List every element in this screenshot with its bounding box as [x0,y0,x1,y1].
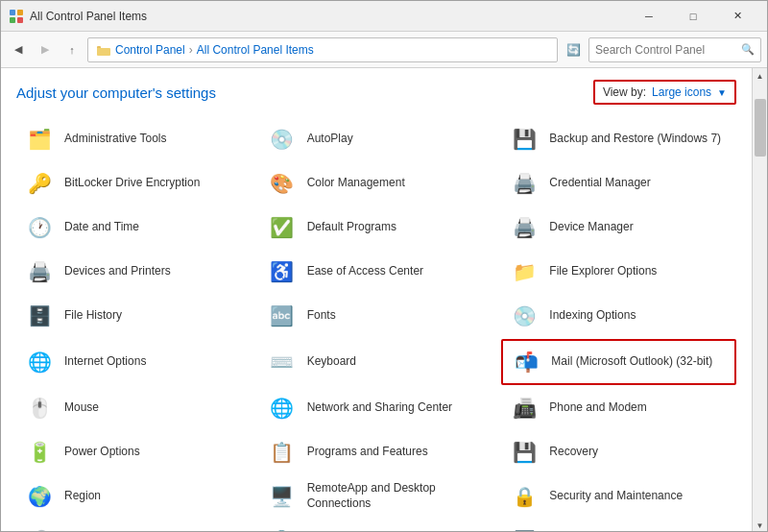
item-icon-sound: 🔊 [24,525,55,532]
panel-item-devices-printers[interactable]: 🖨️Devices and Printers [16,251,252,293]
content-header: Adjust your computer's settings View by:… [16,80,736,105]
item-icon-power-opts: 🔋 [24,437,55,468]
close-button[interactable]: ✕ [715,1,759,32]
search-box[interactable]: 🔍 [588,37,761,62]
panel-item-default-progs[interactable]: ✅Default Programs [259,206,494,249]
address-path[interactable]: Control Panel › All Control Panel Items [87,37,558,62]
item-label-region: Region [64,489,101,504]
panel-item-file-history[interactable]: 🗄️File History [16,295,252,337]
item-label-internet-opts: Internet Options [64,354,146,370]
item-icon-recovery: 💾 [509,437,540,468]
maximize-button[interactable]: □ [671,1,715,32]
search-icon: 🔍 [741,43,755,56]
item-icon-region: 🌍 [24,481,55,512]
scrollbar-up-arrow[interactable]: ▲ [753,68,768,84]
item-icon-security-maint: 🔒 [509,481,540,512]
panel-item-datetime[interactable]: 🕐Date and Time [16,206,252,249]
item-label-power-opts: Power Options [64,445,140,460]
panel-item-programs-features[interactable]: 📋Programs and Features [259,431,494,473]
item-label-color-mgmt: Color Management [307,176,405,191]
panel-item-credential-mgr[interactable]: 🖨️Credential Manager [501,162,736,205]
breadcrumb-separator: › [189,43,193,57]
scrollbar-thumb[interactable] [755,99,766,157]
panel-item-bitlocker[interactable]: 🔑BitLocker Drive Encryption [16,162,252,205]
panel-item-internet-opts[interactable]: 🌐Internet Options [16,339,252,385]
item-icon-autoplay: 💿 [267,124,298,155]
panel-item-backup-restore[interactable]: 💾Backup and Restore (Windows 7) [501,118,736,160]
addressbar: ◀ ▶ ↑ Control Panel › All Control Panel … [1,32,767,68]
item-icon-mouse: 🖱️ [24,393,55,423]
titlebar: All Control Panel Items ─ □ ✕ [1,1,767,32]
panel-item-sound[interactable]: 🔊Sound [16,520,252,532]
viewby-dropdown-icon[interactable]: ▼ [717,87,727,98]
item-icon-internet-opts: 🌐 [24,347,55,377]
panel-item-recovery[interactable]: 💾Recovery [501,431,736,473]
item-label-admin-tools: Administrative Tools [64,132,167,147]
item-icon-speech-recog: 🎙️ [267,525,298,532]
item-icon-file-history: 🗄️ [24,301,55,331]
window-frame: All Control Panel Items ─ □ ✕ ◀ ▶ ↑ Cont… [0,0,768,532]
panel-item-device-mgr[interactable]: 🖨️Device Manager [501,206,736,249]
viewby-value[interactable]: Large icons [652,85,711,99]
panel-item-mouse[interactable]: 🖱️Mouse [16,387,252,429]
svg-rect-3 [17,17,23,23]
panel-item-keyboard[interactable]: ⌨️Keyboard [259,339,494,385]
item-icon-indexing: 💿 [509,301,540,331]
item-icon-admin-tools: 🗂️ [24,124,55,155]
panel-item-speech-recog[interactable]: 🎙️Speech Recognition [259,520,494,532]
item-icon-file-explorer-opts: 📁 [509,256,540,287]
panel-item-power-opts[interactable]: 🔋Power Options [16,431,252,473]
item-icon-bitlocker: 🔑 [24,168,55,199]
item-icon-programs-features: 📋 [267,437,298,468]
scrollbar-track: ▲ ▼ [752,68,767,532]
back-button[interactable]: ◀ [7,38,30,61]
panel-item-ease-access[interactable]: ♿Ease of Access Center [259,251,494,293]
panel-item-autoplay[interactable]: 💿AutoPlay [259,118,494,160]
scrollbar-down-arrow[interactable]: ▼ [753,518,768,532]
item-icon-datetime: 🕐 [24,212,55,243]
panel-item-indexing[interactable]: 💿Indexing Options [501,295,736,337]
forward-button[interactable]: ▶ [34,38,57,61]
search-input[interactable] [595,43,741,57]
panel-item-storage-spaces[interactable]: 🗄️Storage Spaces [501,520,736,532]
panel-item-security-maint[interactable]: 🔒Security and Maintenance [501,475,736,518]
panel-item-fonts[interactable]: 🔤Fonts [259,295,494,337]
up-button[interactable]: ↑ [60,38,84,61]
item-label-device-mgr: Device Manager [549,220,633,235]
titlebar-title: All Control Panel Items [30,10,627,23]
item-icon-devices-printers: 🖨️ [24,256,55,287]
item-label-network-sharing: Network and Sharing Center [307,400,452,416]
main-layout: Adjust your computer's settings View by:… [1,68,767,532]
item-icon-backup-restore: 💾 [509,124,540,155]
breadcrumb-item-1[interactable]: Control Panel [115,43,185,57]
item-icon-ease-access: ♿ [267,256,298,287]
content-area: Adjust your computer's settings View by:… [1,68,752,532]
panel-item-region[interactable]: 🌍Region [16,475,252,518]
page-title: Adjust your computer's settings [16,85,216,101]
item-label-datetime: Date and Time [64,220,139,235]
item-label-mail: Mail (Microsoft Outlook) (32-bit) [551,354,712,370]
item-label-remoteapp: RemoteApp and Desktop Connections [307,481,487,511]
panel-item-mail[interactable]: 📬Mail (Microsoft Outlook) (32-bit) [501,339,736,385]
refresh-button[interactable]: 🔄 [562,38,585,61]
item-label-fonts: Fonts [307,308,336,324]
svg-rect-0 [10,10,15,15]
panel-item-remoteapp[interactable]: 🖥️RemoteApp and Desktop Connections [259,475,494,518]
item-icon-mail: 📬 [511,347,541,377]
panel-item-phone-modem[interactable]: 📠Phone and Modem [501,387,736,429]
panel-item-file-explorer-opts[interactable]: 📁File Explorer Options [501,251,736,293]
item-label-phone-modem: Phone and Modem [549,400,646,416]
item-label-file-explorer-opts: File Explorer Options [549,264,657,279]
panel-item-network-sharing[interactable]: 🌐Network and Sharing Center [259,387,494,429]
panel-item-color-mgmt[interactable]: 🎨Color Management [259,162,494,205]
item-icon-remoteapp: 🖥️ [267,481,298,512]
item-label-security-maint: Security and Maintenance [549,489,683,504]
item-label-ease-access: Ease of Access Center [307,264,423,279]
item-label-credential-mgr: Credential Manager [549,176,650,191]
titlebar-icon [9,9,24,24]
viewby-label: View by: [603,85,646,99]
breadcrumb-item-2[interactable]: All Control Panel Items [197,43,314,57]
minimize-button[interactable]: ─ [627,1,671,32]
item-icon-default-progs: ✅ [267,212,298,243]
panel-item-admin-tools[interactable]: 🗂️Administrative Tools [16,118,252,160]
